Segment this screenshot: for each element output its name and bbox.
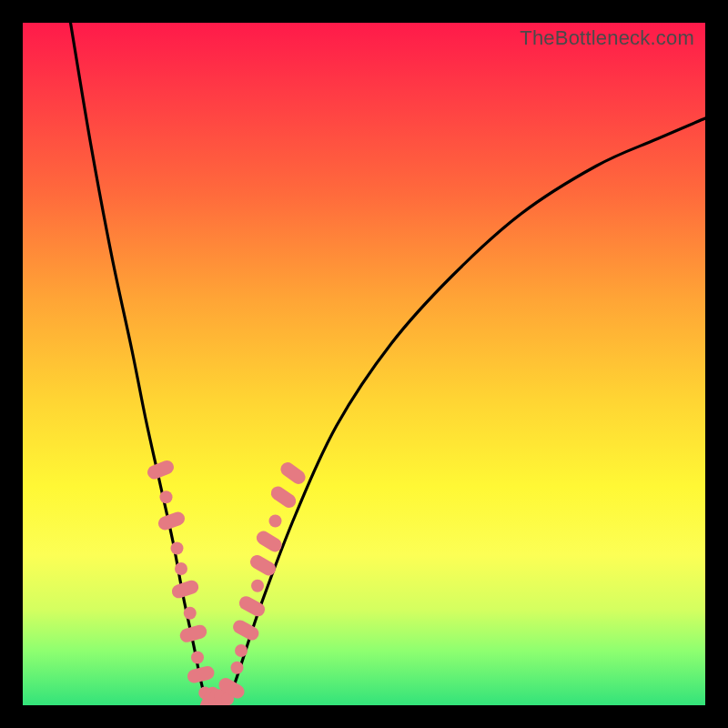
marker-pill [146,459,176,481]
marker-dot [175,562,187,575]
marker-dot [171,542,184,555]
marker-dot [191,652,204,664]
marker-pill [278,460,308,487]
marker-pill [186,664,216,684]
series-left-branch [71,23,207,705]
chart-frame: TheBottleneck.com [0,0,728,728]
marker-dot [235,644,248,657]
marker-pill [268,484,298,511]
marker-dot [160,490,173,503]
chart-svg [23,23,705,705]
curve-lines [71,23,706,705]
marker-dot [251,580,264,592]
marker-pill [170,579,200,601]
marker-dot [231,662,244,674]
marker-dot [269,515,282,528]
chart-plot-area: TheBottleneck.com [23,23,705,705]
marker-dot [184,607,197,620]
curve-markers [146,459,308,705]
series-right-branch [228,118,705,705]
